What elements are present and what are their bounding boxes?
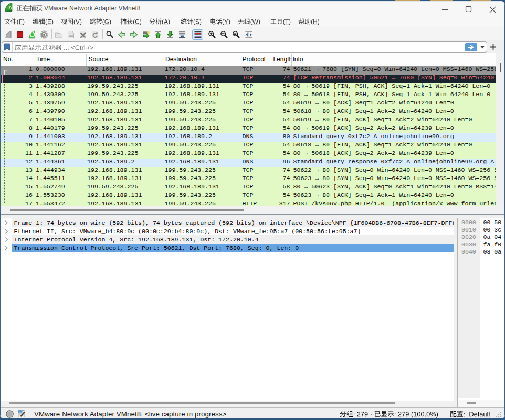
svg-text:010: 010 (69, 35, 73, 37)
